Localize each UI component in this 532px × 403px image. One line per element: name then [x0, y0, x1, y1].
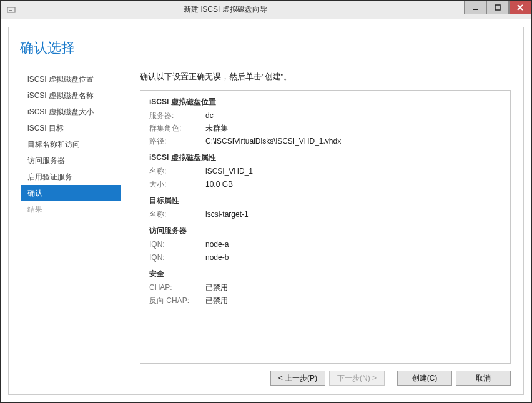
section-location-title: iSCSI 虚拟磁盘位置: [149, 97, 501, 107]
svg-rect-2: [9, 10, 12, 11]
value-cluster: 未群集: [205, 122, 228, 134]
value-iqn2: node-b: [205, 251, 229, 264]
value-chap: 已禁用: [205, 281, 228, 294]
sidebar-item-location[interactable]: iSCSI 虚拟磁盘位置: [21, 71, 121, 87]
svg-rect-1: [9, 9, 12, 9]
wizard-window: 新建 iSCSI 虚拟磁盘向导 确认选择 iSCSI 虚拟磁盘位置 iSCSI …: [0, 0, 532, 403]
label-cluster: 群集角色:: [149, 122, 205, 134]
kv-diskname: 名称:iSCSI_VHD_1: [149, 165, 501, 177]
sidebar-item-access[interactable]: 访问服务器: [21, 152, 121, 169]
cancel-button[interactable]: 取消: [456, 371, 511, 386]
close-button[interactable]: [509, 1, 531, 14]
kv-targetname: 名称:iscsi-target-1: [149, 208, 501, 221]
value-rchap: 已禁用: [205, 294, 228, 307]
kv-iqn1: IQN:node-a: [149, 238, 501, 251]
content-area: 确认选择 iSCSI 虚拟磁盘位置 iSCSI 虚拟磁盘名称 iSCSI 虚拟磁…: [1, 19, 531, 402]
kv-cluster: 群集角色:未群集: [149, 122, 501, 134]
main-area: 确认以下设置正确无误，然后单击"创建"。 iSCSI 虚拟磁盘位置 服务器:dc…: [140, 71, 511, 357]
label-server: 服务器:: [149, 109, 205, 122]
window-title: 新建 iSCSI 虚拟磁盘向导: [18, 4, 433, 15]
sidebar-item-result: 结果: [21, 201, 121, 217]
sidebar-item-target[interactable]: iSCSI 目标: [21, 120, 121, 136]
label-diskname: 名称:: [149, 165, 205, 177]
sidebar-item-size[interactable]: iSCSI 虚拟磁盘大小: [21, 104, 121, 120]
section-access-title: 访问服务器: [149, 226, 501, 236]
svg-rect-4: [495, 5, 500, 10]
maximize-button[interactable]: [486, 1, 509, 14]
kv-rchap: 反向 CHAP:已禁用: [149, 294, 501, 307]
inner-panel: 确认选择 iSCSI 虚拟磁盘位置 iSCSI 虚拟磁盘名称 iSCSI 虚拟磁…: [8, 27, 524, 395]
minimize-button[interactable]: [464, 1, 486, 14]
create-button[interactable]: 创建(C): [397, 371, 452, 386]
kv-disksize: 大小:10.0 GB: [149, 178, 501, 191]
sidebar-item-auth[interactable]: 启用验证服务: [21, 169, 121, 185]
sidebar-steps: iSCSI 虚拟磁盘位置 iSCSI 虚拟磁盘名称 iSCSI 虚拟磁盘大小 i…: [21, 71, 121, 217]
previous-button[interactable]: < 上一步(P): [270, 371, 325, 386]
summary-panel: iSCSI 虚拟磁盘位置 服务器:dc 群集角色:未群集 路径:C:\iSCSI…: [140, 90, 511, 364]
instruction-text: 确认以下设置正确无误，然后单击"创建"。: [140, 71, 511, 82]
label-rchap: 反向 CHAP:: [149, 294, 205, 307]
section-target-title: 目标属性: [149, 196, 501, 206]
label-iqn2: IQN:: [149, 251, 205, 264]
value-path: C:\iSCSIVirtualDisks\iSCSI_VHD_1.vhdx: [205, 135, 341, 147]
label-chap: CHAP:: [149, 281, 205, 294]
sidebar-item-name[interactable]: iSCSI 虚拟磁盘名称: [21, 87, 121, 104]
label-path: 路径:: [149, 135, 205, 147]
footer-buttons: < 上一步(P) 下一步(N) > 创建(C) 取消: [270, 371, 511, 386]
app-icon: [4, 3, 18, 17]
value-server: dc: [205, 109, 214, 122]
kv-path: 路径:C:\iSCSIVirtualDisks\iSCSI_VHD_1.vhdx: [149, 135, 501, 147]
value-diskname: iSCSI_VHD_1: [205, 165, 253, 177]
next-button: 下一步(N) >: [329, 371, 385, 386]
section-security-title: 安全: [149, 269, 501, 279]
label-targetname: 名称:: [149, 208, 205, 221]
titlebar: 新建 iSCSI 虚拟磁盘向导: [1, 1, 531, 19]
kv-iqn2: IQN:node-b: [149, 251, 501, 264]
value-disksize: 10.0 GB: [205, 178, 233, 191]
sidebar-item-target-name[interactable]: 目标名称和访问: [21, 136, 121, 152]
value-targetname: iscsi-target-1: [205, 208, 249, 221]
sidebar-item-confirm[interactable]: 确认: [21, 185, 121, 201]
svg-rect-3: [473, 9, 478, 10]
label-disksize: 大小:: [149, 178, 205, 191]
kv-server: 服务器:dc: [149, 109, 501, 122]
value-iqn1: node-a: [205, 238, 229, 251]
kv-chap: CHAP:已禁用: [149, 281, 501, 294]
section-props-title: iSCSI 虚拟磁盘属性: [149, 152, 501, 163]
page-heading: 确认选择: [20, 39, 75, 57]
label-iqn1: IQN:: [149, 238, 205, 251]
window-controls: [464, 1, 531, 19]
